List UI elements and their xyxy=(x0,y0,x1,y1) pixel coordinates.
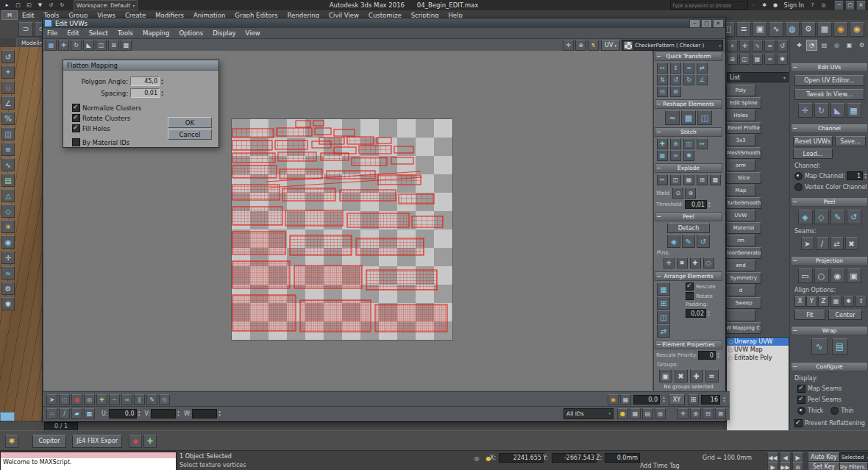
modifier-set-button[interactable]: Map xyxy=(726,185,755,196)
select-object-icon[interactable]: ⌖ xyxy=(1,65,15,79)
ungroup-icon[interactable]: ✖ xyxy=(675,369,688,382)
rollout-header-explode[interactable]: −Explode xyxy=(655,163,722,173)
space-warps-icon[interactable]: ≈ xyxy=(1,266,15,279)
rotate-90-cw-icon[interactable]: ↻ xyxy=(683,74,694,85)
face-mode-icon[interactable]: ▰ xyxy=(71,408,82,419)
spinner[interactable] xyxy=(137,410,142,417)
padding-field[interactable]: 0,02 xyxy=(686,309,706,318)
align-to-edge-icon[interactable]: ∠ xyxy=(697,74,708,85)
search-icon[interactable]: ◦ xyxy=(749,1,758,10)
open-uv-editor-button[interactable]: Open UV Editor... xyxy=(794,75,864,86)
ok-button[interactable]: OK xyxy=(168,117,212,128)
zoom-extents-icon[interactable]: ⊠ xyxy=(715,408,726,419)
scale-tool-icon[interactable]: ◣ xyxy=(83,40,94,51)
undo-small-icon[interactable]: ↺ xyxy=(1,50,15,63)
spinner[interactable] xyxy=(661,396,666,403)
rollout-header-element-properties[interactable]: −Element Properties xyxy=(655,340,722,349)
stitch-custom-icon[interactable]: ⊕ xyxy=(670,138,681,149)
key-filters-button[interactable]: Key Filters... xyxy=(839,462,868,470)
schematic-view-icon[interactable]: ▤ xyxy=(1,174,15,187)
prevent-reflattening-checkbox[interactable] xyxy=(794,419,803,427)
spinner[interactable] xyxy=(706,310,711,317)
save-button[interactable]: Save... xyxy=(835,136,866,146)
align-icon[interactable]: ≡ xyxy=(736,22,751,37)
modifier-set-button[interactable]: Material xyxy=(726,222,761,234)
align-panel-icon[interactable]: ≡ xyxy=(764,54,775,65)
pack-together-icon[interactable]: ⊞ xyxy=(657,296,670,310)
percent-snap-icon[interactable]: % xyxy=(1,112,15,125)
edit-uvws-menu-item[interactable]: Edit xyxy=(67,29,79,37)
spinner[interactable] xyxy=(722,396,727,403)
pencil-icon[interactable]: ✎ xyxy=(146,394,157,405)
stitch-edges-icon[interactable]: ≡ xyxy=(670,150,681,161)
rotate-clusters-checkbox[interactable] xyxy=(72,114,80,122)
pack-normalize-icon[interactable]: ▦ xyxy=(657,282,670,296)
time-config-icon[interactable]: ⊞ xyxy=(792,462,803,470)
paint-select-icon[interactable]: ▣ xyxy=(71,394,82,405)
modifier-enable-icon[interactable]: ○ xyxy=(727,347,734,353)
workspace-dropdown[interactable]: Workspace: Default ▾ xyxy=(74,0,138,10)
maxscript-line[interactable]: Welcome to MAXScript. xyxy=(1,458,176,470)
edit-uvws-menu-item[interactable]: File xyxy=(47,29,57,37)
uv-move-icon[interactable]: ✛ xyxy=(798,103,813,118)
update-map-icon[interactable]: ↯ xyxy=(588,40,599,51)
x-coordinate-field[interactable]: 2241.655 xyxy=(499,453,544,463)
map-channel-field[interactable]: 1 xyxy=(847,171,863,180)
modifier-set-button[interactable]: FloorGenerator xyxy=(726,247,761,259)
pelt-map-icon[interactable]: ◇ xyxy=(814,210,829,224)
linear-align-icon[interactable]: ≡ xyxy=(683,63,694,74)
undo-icon[interactable]: ↺ xyxy=(46,1,56,10)
notifications-icon[interactable]: ◎ xyxy=(819,1,828,10)
pack-full-icon[interactable]: ◫ xyxy=(657,310,670,324)
selection-set-dropdown[interactable]: Selected ▾ xyxy=(839,452,868,462)
modifier-set-button[interactable]: 3x3 xyxy=(726,135,755,146)
rollout-header-peel[interactable]: −Peel xyxy=(655,212,722,221)
by-material-ids-checkbox[interactable] xyxy=(72,138,80,146)
align-tool-icon[interactable]: ≡ xyxy=(1,143,15,156)
flatten-polygons-icon[interactable]: ⊞ xyxy=(697,174,708,185)
cancel-button[interactable]: Cancel xyxy=(168,129,212,140)
peel-seams-checkbox[interactable] xyxy=(797,396,805,404)
row-select-icon[interactable]: ≡ xyxy=(121,394,132,405)
freeform-mode-icon[interactable]: ▦ xyxy=(46,40,57,51)
grow-selection-icon[interactable]: ✚ xyxy=(96,394,107,405)
rendered-frame-window-icon[interactable]: ▦ xyxy=(817,22,832,37)
pin-tool-icon[interactable]: ✛ xyxy=(664,257,675,268)
detach-button[interactable]: Detach xyxy=(667,223,710,233)
align-normal-icon[interactable]: ↕ xyxy=(855,296,867,307)
unpin-all-icon[interactable]: ○ xyxy=(703,257,714,268)
weld-selected-icon[interactable]: ⊙ xyxy=(672,188,683,199)
edit-uvws-menu-item[interactable]: Options xyxy=(179,29,203,37)
script-icon[interactable]: ✚ xyxy=(143,435,157,448)
select-group-icon[interactable]: ✚ xyxy=(690,369,703,382)
rollout-header-wrap[interactable]: − Wrap xyxy=(791,326,868,335)
load-button[interactable]: Load... xyxy=(793,149,833,159)
tab-modify-icon[interactable]: ◔ xyxy=(806,40,817,51)
align-grid-icon[interactable]: ⊞ xyxy=(670,86,681,97)
rollout-header-channel[interactable]: − Channel xyxy=(791,124,868,133)
close-button[interactable]: ✕ xyxy=(856,1,866,10)
modifier-set-button[interactable]: Sweep xyxy=(726,297,761,309)
copitor-button[interactable]: Copitor xyxy=(32,435,66,448)
spinner[interactable] xyxy=(707,201,712,208)
search-input[interactable] xyxy=(670,1,748,10)
detach-edge-verts-icon[interactable]: ◫ xyxy=(670,174,681,185)
modifier-set-button[interactable] xyxy=(726,310,755,321)
spinner[interactable] xyxy=(716,352,721,359)
copitor-icon[interactable]: ✱ xyxy=(5,435,18,448)
unfold-strip-icon[interactable]: ▤ xyxy=(832,338,848,355)
measure-icon[interactable]: ◇ xyxy=(159,394,170,405)
straighten-selection-icon[interactable]: ▦ xyxy=(681,110,696,125)
thick-radio[interactable] xyxy=(797,407,805,415)
uv-grid-icon[interactable]: ▦ xyxy=(847,103,861,118)
systems-icon[interactable]: ⚙ xyxy=(1,282,15,295)
tab-motion-icon[interactable]: ◎ xyxy=(831,40,842,51)
rotate-90-ccw-icon[interactable]: ↺ xyxy=(670,74,681,85)
reset-peel-icon[interactable]: ↺ xyxy=(847,210,861,224)
uv-rotate-icon[interactable]: ↻ xyxy=(814,103,829,118)
edit-uvws-menu-item[interactable]: Display xyxy=(213,29,235,37)
user-icon[interactable]: ● xyxy=(771,1,780,10)
filter-ids-icon[interactable]: ▤ xyxy=(642,408,653,419)
thin-radio[interactable] xyxy=(830,407,839,415)
grid-size-field[interactable]: 16 xyxy=(701,395,720,405)
